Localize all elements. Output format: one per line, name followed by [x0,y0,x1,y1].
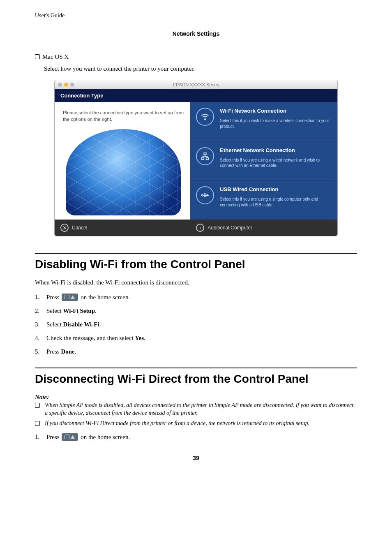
section-title: Network Settings [35,30,357,37]
option-wifi-desc: Select this if you wish to make a wirele… [220,118,331,129]
note-1-text: When Simple AP mode is disabled, all dev… [45,402,357,417]
step-2-text-c: . [95,308,97,314]
note-2-text: If you disconnect Wi-Fi Direct mode from… [45,420,309,428]
wifi-icon [196,108,214,126]
note-item-2: If you disconnect Wi-Fi Direct mode from… [35,420,357,428]
bullet-icon [35,403,40,408]
note-item-1: When Simple AP mode is disabled, all dev… [35,402,357,417]
mac-titlebar: EPSON XXXXX Series [55,80,337,89]
option-usb-desc: Select this if you are using a single co… [220,197,331,208]
os-item: Mac OS X [35,53,357,60]
step-5: Press Done. [35,348,357,355]
step-1: Press on the home screen. [35,294,357,301]
step-1-text-b: on the home screen. [79,294,130,301]
option-ethernet-desc: Select this if you are using a wired net… [220,157,331,169]
step-4: Check the message, and then select Yes. [35,335,357,342]
step-3-text-a: Select [46,321,63,328]
intro-disable-wifi: When Wi-Fi is disabled, the Wi-Fi connec… [35,279,357,286]
note-label: Note: [35,394,357,401]
os-instruction: Select how you want to connect the print… [44,65,357,72]
panel-title: Connection Type [55,89,337,102]
heading-disable-wifi: Disabling Wi-Fi from the Control Panel [35,253,357,271]
step-4-bold: Yes [135,335,144,341]
option-wifi[interactable]: Wi-Fi Network Connection Select this if … [190,102,337,141]
network-status-icon [62,433,78,441]
globe-illustration [66,129,181,215]
plus-icon[interactable]: + [196,224,204,232]
step-5-text-a: Press [46,348,61,355]
os-label: Mac OS X [42,53,69,60]
step-2: Select Wi-Fi Setup. [35,308,357,314]
svg-rect-3 [206,157,209,160]
sec2-step-1-text-a: Press [46,434,61,440]
step-1-text-a: Press [46,294,61,301]
svg-point-0 [205,119,205,120]
installer-screenshot: EPSON XXXXX Series Connection Type Pleas… [54,80,338,236]
option-ethernet-title: Ethernet Network Connection [220,147,331,153]
step-3: Select Disable Wi-Fi. [35,321,357,328]
option-usb-title: USB Wired Connection [220,186,331,192]
additional-computer-button[interactable]: Additional Computer [208,225,252,231]
step-2-bold: Wi-Fi Setup [63,308,95,314]
bullet-icon [35,421,40,426]
step-3-bold: Disable Wi-Fi [63,321,99,328]
step-4-text-a: Check the message, and then select [46,335,135,341]
ethernet-icon [196,147,214,165]
svg-rect-1 [204,153,206,155]
network-status-icon [62,294,78,301]
step-5-bold: Done [61,348,74,355]
step-4-text-c: . [144,335,145,341]
option-usb[interactable]: USB Wired Connection Select this if you … [190,180,337,220]
cancel-icon[interactable]: ✕ [60,224,69,232]
svg-rect-2 [202,157,204,160]
bullet-icon [35,54,40,59]
heading-disconnect-wifidirect: Disconnecting Wi-Fi Direct from the Cont… [35,368,357,386]
sec2-step-1-text-b: on the home screen. [79,434,130,440]
svg-point-4 [202,195,203,197]
window-title: EPSON XXXXX Series [55,82,337,87]
panel-instruction: Please select the connection type you wa… [63,109,184,123]
option-ethernet[interactable]: Ethernet Network Connection Select this … [190,141,337,181]
usb-icon [196,186,214,204]
step-5-text-c: . [75,348,76,355]
cancel-button[interactable]: Cancel [72,225,87,231]
step-2-text-a: Select [46,308,63,314]
option-wifi-title: Wi-Fi Network Connection [220,108,331,114]
page-number: 39 [35,455,357,461]
sec2-step-1: Press on the home screen. [35,433,357,441]
guide-label: User's Guide [35,12,357,19]
step-3-text-c: . [99,321,101,328]
